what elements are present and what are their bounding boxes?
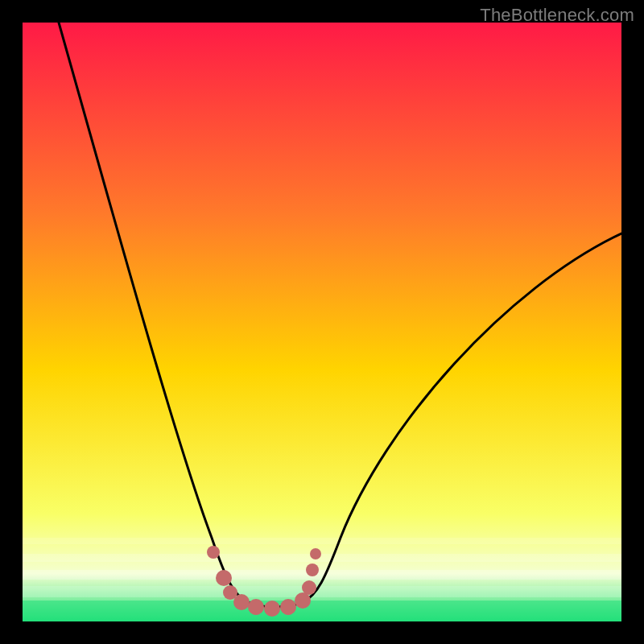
svg-rect-4 [23,601,621,621]
marker-dot [216,570,232,586]
svg-rect-3 [23,586,621,597]
chart-frame: TheBottleneck.com [0,0,644,644]
svg-rect-0 [23,538,621,544]
marker-dot [207,546,220,559]
marker-dot [233,594,250,610]
marker-dot [280,599,296,615]
gradient-background [23,23,621,621]
plot-area [23,23,621,621]
watermark-text: TheBottleneck.com [480,5,634,26]
svg-rect-2 [23,570,621,580]
marker-dot [248,599,264,615]
marker-dot [306,564,319,576]
marker-dot [264,601,280,617]
svg-rect-1 [23,554,621,562]
plot-svg [23,23,621,621]
marker-dot [302,580,316,595]
marker-dot [310,548,321,559]
marker-dot [295,592,311,609]
